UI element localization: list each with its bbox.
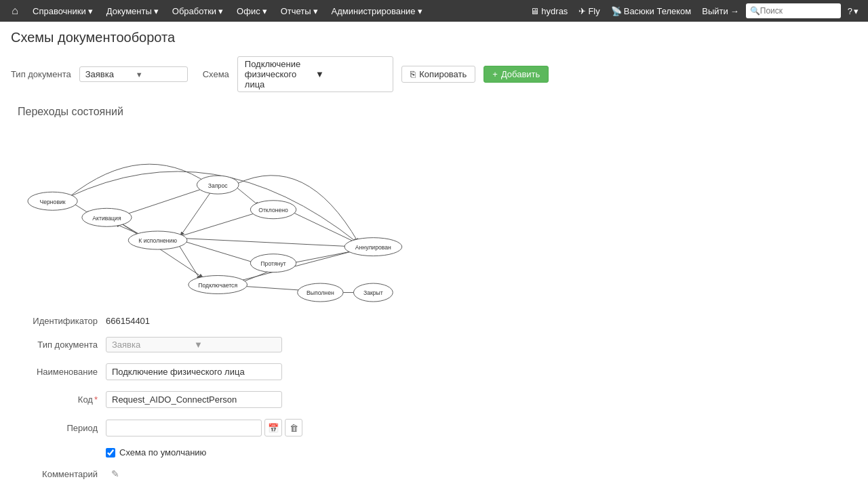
svg-text:Отклонено: Отклонено	[258, 207, 288, 214]
nav-dokumenty[interactable]: Документы ▾	[101, 0, 164, 22]
clear-period-button[interactable]: 🗑	[285, 419, 302, 436]
nav-administrirovanie[interactable]: Администрирование ▾	[326, 0, 428, 22]
form-doc-type-label: Тип документа	[18, 340, 106, 350]
svg-line-6	[178, 245, 200, 279]
state-graph: Черновик Активация Запрос Отклонено К ис…	[18, 126, 425, 302]
svg-line-13	[290, 211, 358, 243]
id-row: Идентификатор 666154401	[18, 316, 857, 326]
svg-line-14	[182, 212, 258, 236]
search-icon: 🔍	[750, 6, 760, 16]
schema-select[interactable]: Подключение физического лица ▼	[237, 56, 393, 92]
copy-button[interactable]: ⎘ Копировать	[401, 66, 475, 83]
doc-type-label: Тип документа	[11, 69, 71, 79]
period-controls: 📅 🗑	[106, 419, 302, 436]
user-hydras[interactable]: 🖥 hydras	[526, 0, 572, 22]
logout-button[interactable]: Выйти →	[698, 0, 743, 22]
toolbar: Тип документа Заявка ▼ Схема Подключение…	[11, 56, 857, 92]
default-schema-row: Схема по умолчанию	[106, 447, 857, 458]
id-value: 666154401	[106, 316, 150, 326]
period-row: Период 📅 🗑	[18, 419, 857, 436]
period-label: Период	[18, 423, 106, 433]
user-fly[interactable]: ✈ Fly	[574, 0, 604, 22]
form-section: Идентификатор 666154401 Тип документа За…	[18, 316, 857, 479]
svg-text:Активация: Активация	[92, 215, 121, 222]
svg-line-2	[237, 188, 259, 205]
code-row: Код	[18, 391, 857, 408]
calendar-icon: 📅	[268, 423, 279, 433]
default-schema-label[interactable]: Схема по умолчанию	[119, 447, 206, 458]
search-input[interactable]	[760, 6, 835, 16]
svg-line-10	[239, 286, 306, 291]
svg-text:Подключается: Подключается	[198, 282, 237, 289]
svg-text:Черновик: Черновик	[39, 199, 65, 205]
svg-line-5	[180, 241, 260, 265]
svg-text:Закрыт: Закрыт	[363, 289, 383, 296]
code-input[interactable]	[106, 391, 282, 408]
page-title: Схемы документооборота	[11, 30, 857, 45]
svg-line-3	[180, 191, 211, 235]
select-arrow-icon: ▼	[194, 340, 276, 350]
plus-icon: +	[492, 69, 498, 79]
doc-type-row: Тип документа Заявка ▼	[18, 337, 857, 352]
nav-otchety[interactable]: Отчеты ▾	[275, 0, 323, 22]
user-vasuki[interactable]: 📡 Васюки Телеком	[607, 0, 696, 22]
comment-row: Комментарий ✎	[18, 468, 857, 479]
svg-line-15	[77, 227, 106, 302]
nav-ofis[interactable]: Офис ▾	[231, 0, 273, 22]
svg-text:Запрос: Запрос	[208, 182, 228, 189]
id-label: Идентификатор	[18, 316, 106, 326]
navbar: ⌂ Справочники ▾ Документы ▾ Обработки ▾ …	[0, 0, 868, 22]
svg-text:Аннулирован: Аннулирован	[355, 244, 391, 251]
svg-text:Выполнен: Выполнен	[307, 289, 334, 296]
svg-text:К исполнению: К исполнению	[138, 237, 177, 244]
add-button[interactable]: + Добавить	[484, 66, 549, 83]
name-input[interactable]	[106, 363, 282, 380]
comment-label: Комментарий	[18, 469, 106, 479]
name-row: Наименование	[18, 363, 857, 380]
schema-label: Схема	[203, 69, 229, 79]
trash-icon: 🗑	[290, 423, 298, 433]
default-schema-checkbox[interactable]	[106, 448, 115, 458]
nav-obrabotki[interactable]: Обработки ▾	[167, 0, 229, 22]
doc-type-select[interactable]: Заявка ▼	[79, 66, 188, 82]
schema-chevron-icon: ▼	[315, 69, 386, 79]
chevron-down-icon: ▼	[136, 70, 182, 79]
svg-line-7	[183, 239, 357, 247]
svg-text:Протянут: Протянут	[260, 260, 285, 267]
code-label: Код	[18, 394, 106, 405]
name-label: Наименование	[18, 367, 106, 377]
states-title: Переходы состояний	[18, 106, 857, 118]
home-button[interactable]: ⌂	[5, 1, 24, 20]
svg-line-1	[126, 188, 205, 214]
period-input[interactable]	[106, 420, 262, 436]
search-box[interactable]: 🔍	[746, 3, 841, 18]
calendar-button[interactable]: 📅	[264, 419, 282, 436]
help-button[interactable]: ? ▾	[844, 0, 863, 22]
comment-edit-icon[interactable]: ✎	[111, 468, 119, 479]
copy-icon: ⎘	[410, 69, 416, 79]
nav-spravochniki[interactable]: Справочники ▾	[27, 0, 98, 22]
page-content: Схемы документооборота Тип документа Зая…	[0, 22, 868, 488]
form-doc-type-select[interactable]: Заявка ▼	[106, 337, 282, 352]
